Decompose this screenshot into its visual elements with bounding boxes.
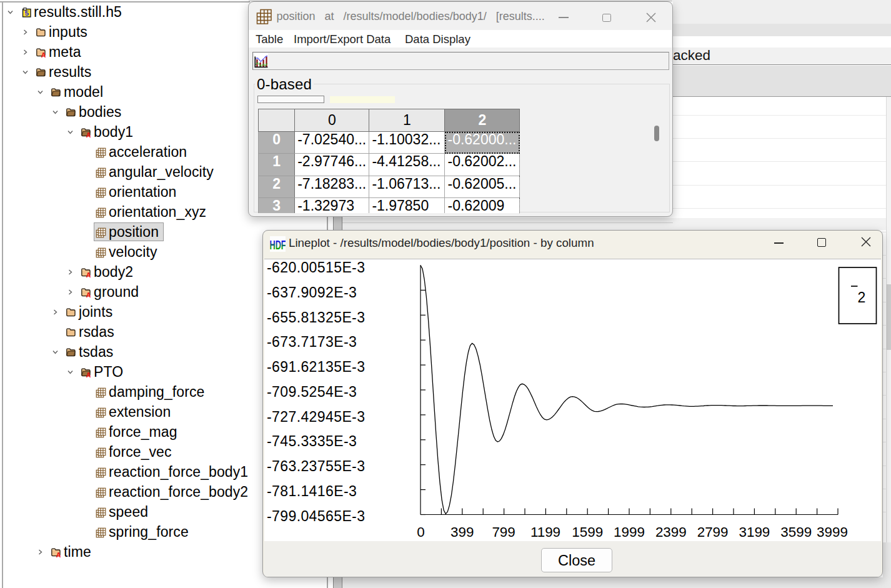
- svg-text:A: A: [86, 131, 91, 139]
- svg-text:A: A: [86, 371, 91, 379]
- svg-text:5: 5: [25, 9, 29, 17]
- svg-text:HDF: HDF: [270, 238, 286, 252]
- svg-text:A: A: [86, 271, 91, 279]
- svg-text:A: A: [56, 551, 61, 559]
- svg-text:A: A: [86, 291, 91, 299]
- svg-text:A: A: [41, 51, 46, 59]
